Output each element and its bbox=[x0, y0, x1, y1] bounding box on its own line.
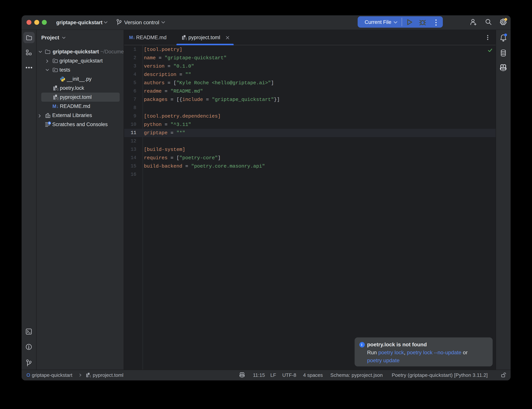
svg-text:T: T bbox=[56, 98, 57, 100]
svg-text:T: T bbox=[184, 38, 185, 40]
svg-text:T: T bbox=[88, 375, 89, 377]
svg-text:T: T bbox=[56, 88, 57, 91]
